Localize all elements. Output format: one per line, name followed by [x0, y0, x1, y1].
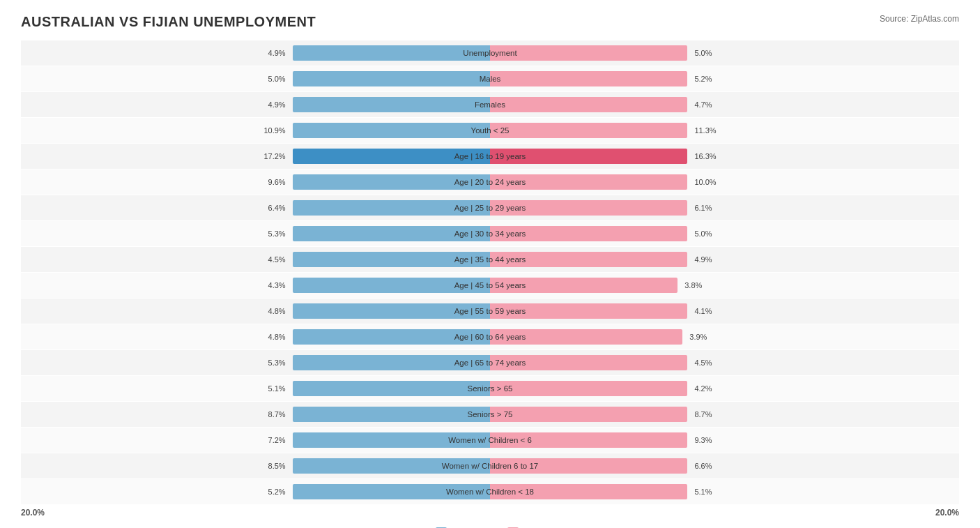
right-value: 5.1%	[691, 488, 712, 496]
chart-row: 4.9%Females4.7%	[21, 92, 959, 117]
left-value: 4.5%	[268, 255, 289, 264]
bar-pink	[490, 329, 682, 345]
half-left: 5.0%	[21, 66, 490, 91]
right-value: 6.6%	[691, 462, 712, 470]
bar-pink	[490, 252, 687, 267]
left-value: 5.3%	[268, 229, 289, 238]
bar-blue	[293, 149, 490, 164]
chart-row: 4.9%Unemployment5.0%	[21, 40, 959, 66]
left-value: 5.1%	[268, 384, 289, 393]
half-right: 3.9%	[490, 324, 959, 349]
half-right: 10.0%	[490, 169, 959, 195]
chart-row: 4.8%Age | 60 to 64 years3.9%	[21, 324, 959, 349]
right-value: 5.0%	[691, 49, 712, 57]
bar-pink	[490, 45, 687, 61]
bar-blue	[293, 381, 490, 396]
right-value: 11.3%	[691, 126, 716, 135]
bar-pink	[490, 407, 687, 422]
half-right: 4.5%	[490, 350, 959, 375]
half-left: 4.3%	[21, 273, 490, 298]
chart-row: 5.0%Males5.2%	[21, 66, 959, 91]
half-left: 9.6%	[21, 169, 490, 195]
bar-blue	[293, 45, 490, 61]
left-value: 8.7%	[268, 410, 289, 418]
bar-blue	[293, 458, 490, 474]
bar-pink	[490, 355, 687, 370]
chart-row: 6.4%Age | 25 to 29 years6.1%	[21, 195, 959, 220]
right-value: 3.8%	[682, 281, 702, 289]
half-right: 5.2%	[490, 66, 959, 91]
left-value: 17.2%	[263, 152, 288, 160]
half-left: 5.3%	[21, 221, 490, 246]
bar-blue	[293, 278, 490, 293]
half-right: 6.1%	[490, 195, 959, 220]
right-value: 3.9%	[687, 333, 707, 341]
bar-pink	[490, 149, 687, 164]
bar-pink	[490, 303, 687, 319]
chart-row: 9.6%Age | 20 to 24 years10.0%	[21, 169, 959, 195]
chart-row: 5.3%Age | 65 to 74 years4.5%	[21, 350, 959, 375]
bar-blue	[293, 252, 490, 267]
bar-pink	[490, 484, 687, 499]
bar-pink	[490, 278, 677, 293]
bar-pink	[490, 71, 687, 86]
bar-pink	[490, 174, 687, 190]
bar-pink	[490, 432, 687, 448]
right-value: 4.1%	[691, 307, 712, 315]
bar-blue	[293, 123, 490, 138]
chart-row: 8.7%Seniors > 758.7%	[21, 402, 959, 427]
axis-left: 20.0%	[21, 508, 490, 518]
left-value: 4.3%	[268, 281, 289, 289]
right-value: 5.0%	[691, 229, 712, 238]
bar-blue	[293, 432, 490, 448]
left-value: 8.5%	[268, 462, 289, 470]
bar-blue	[293, 329, 490, 345]
left-value: 4.9%	[268, 49, 289, 57]
chart-row: 4.8%Age | 55 to 59 years4.1%	[21, 299, 959, 324]
axis-row: 20.0% 20.0%	[21, 505, 959, 520]
right-value: 6.1%	[691, 204, 712, 212]
half-left: 6.4%	[21, 195, 490, 220]
half-right: 8.7%	[490, 402, 959, 427]
chart-row: 4.5%Age | 35 to 44 years4.9%	[21, 247, 959, 272]
half-left: 4.8%	[21, 324, 490, 349]
bar-blue	[293, 484, 490, 499]
bar-blue	[293, 71, 490, 86]
half-right: 5.1%	[490, 479, 959, 504]
chart-source: Source: ZipAtlas.com	[880, 14, 959, 24]
half-right: 5.0%	[490, 221, 959, 246]
half-left: 5.2%	[21, 479, 490, 504]
left-value: 5.0%	[268, 75, 289, 83]
right-value: 9.3%	[691, 436, 712, 444]
half-left: 5.1%	[21, 376, 490, 401]
half-left: 4.9%	[21, 92, 490, 117]
half-left: 5.3%	[21, 350, 490, 375]
right-value: 4.5%	[691, 359, 712, 367]
bar-pink	[490, 381, 687, 396]
half-right: 9.3%	[490, 428, 959, 453]
chart-title: AUSTRALIAN VS FIJIAN UNEMPLOYMENT	[21, 14, 316, 30]
half-right: 4.7%	[490, 92, 959, 117]
bar-blue	[293, 226, 490, 241]
half-right: 16.3%	[490, 144, 959, 169]
half-right: 11.3%	[490, 118, 959, 143]
bar-blue	[293, 407, 490, 422]
bar-blue	[293, 200, 490, 216]
axis-right: 20.0%	[490, 508, 959, 518]
chart-header: AUSTRALIAN VS FIJIAN UNEMPLOYMENT Source…	[21, 14, 959, 30]
half-left: 17.2%	[21, 144, 490, 169]
half-right: 4.1%	[490, 299, 959, 324]
right-value: 10.0%	[691, 178, 716, 186]
half-right: 3.8%	[490, 273, 959, 298]
right-value: 16.3%	[691, 152, 716, 160]
right-value: 4.2%	[691, 384, 712, 393]
chart-container: AUSTRALIAN VS FIJIAN UNEMPLOYMENT Source…	[0, 0, 980, 528]
left-value: 6.4%	[268, 204, 289, 212]
left-value: 4.8%	[268, 307, 289, 315]
bar-pink	[490, 458, 687, 474]
half-left: 4.8%	[21, 299, 490, 324]
bar-blue	[293, 97, 490, 112]
right-value: 4.9%	[691, 255, 712, 264]
half-left: 10.9%	[21, 118, 490, 143]
right-value: 5.2%	[691, 75, 712, 83]
